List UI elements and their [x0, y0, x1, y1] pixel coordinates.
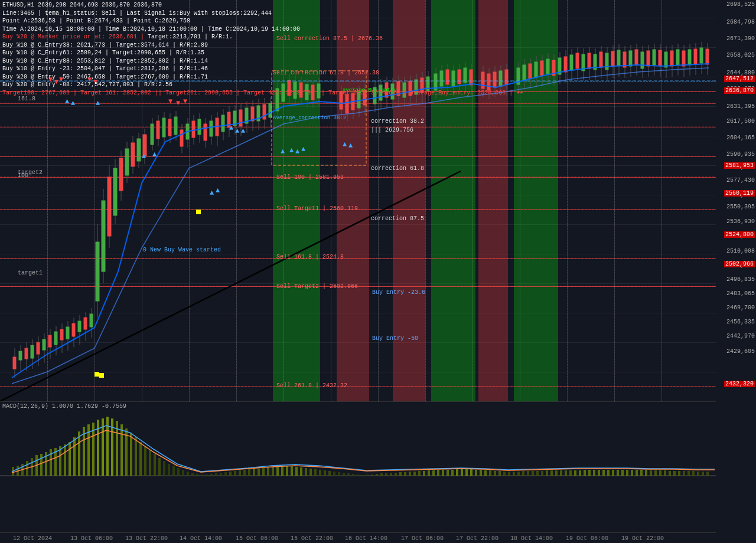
- price-2684: 2684,798: [726, 19, 755, 25]
- svg-rect-286: [224, 472, 227, 476]
- svg-rect-364: [593, 470, 595, 476]
- svg-rect-65: [204, 124, 207, 140]
- price-2429: 2429,605: [726, 348, 755, 355]
- svg-rect-251: [59, 446, 61, 476]
- arrow-up-3: ▲: [96, 99, 100, 107]
- svg-rect-215: [682, 51, 685, 66]
- svg-rect-289: [239, 470, 241, 476]
- svg-rect-288: [234, 471, 236, 476]
- svg-text:target2: target2: [18, 169, 43, 176]
- svg-rect-53: [168, 119, 171, 136]
- svg-rect-107: [346, 94, 348, 113]
- svg-rect-341: [484, 470, 487, 476]
- price-2617: 2617,500: [726, 118, 755, 125]
- annotation-new-buy-wave: 0 New Buy Wave started: [143, 247, 221, 253]
- svg-rect-177: [570, 55, 573, 70]
- arrow-up-15: ▲: [210, 189, 214, 197]
- svg-rect-290: [243, 470, 246, 476]
- price-2658: 2658,025: [726, 52, 755, 58]
- svg-rect-346: [508, 472, 510, 476]
- time-label-8: 17 Oct 06:00: [401, 535, 444, 542]
- svg-rect-312: [347, 473, 350, 476]
- arrow-down-7: ▼: [176, 99, 180, 107]
- macd-price-scale: 43.3374 0.00 -10.5196: [716, 401, 756, 525]
- svg-rect-376: [650, 470, 652, 476]
- svg-rect-273: [163, 461, 165, 476]
- svg-rect-213: [676, 50, 679, 65]
- arrow-up-12: ▲: [301, 145, 305, 153]
- annotation-correction-618: correction 61.8: [371, 165, 424, 172]
- svg-rect-375: [645, 470, 647, 476]
- svg-rect-295: [267, 467, 269, 476]
- annotation-sell-2618: Sell 261.8 | 2432.32: [276, 382, 347, 389]
- svg-rect-379: [664, 470, 666, 476]
- svg-rect-253: [69, 442, 71, 476]
- svg-rect-303: [305, 468, 307, 476]
- svg-rect-278: [187, 472, 189, 476]
- svg-rect-7: [31, 345, 34, 358]
- svg-rect-368: [612, 470, 614, 476]
- svg-rect-21: [72, 323, 75, 336]
- svg-rect-31: [102, 201, 105, 272]
- svg-rect-287: [229, 472, 232, 476]
- svg-rect-365: [598, 470, 600, 476]
- svg-rect-280: [196, 474, 198, 476]
- svg-rect-314: [357, 475, 359, 476]
- macd-area: [0, 401, 716, 525]
- price-2647-highlight: 2647,512: [724, 76, 755, 82]
- header-line-6: Buy %10 @ C_Entry38: 2621,773 | Target:3…: [2, 41, 523, 50]
- annotation-sell-target1: Sell Target1 | 2560.119: [276, 205, 358, 212]
- svg-rect-274: [168, 464, 170, 476]
- header-line-1: ETHUSD,H1 2639,298 2644,693 2636,870 263…: [2, 1, 523, 9]
- svg-rect-343: [494, 471, 496, 476]
- svg-rect-285: [220, 473, 222, 476]
- time-label-9: 17 Oct 22:00: [456, 535, 498, 542]
- svg-rect-348: [517, 472, 520, 476]
- svg-rect-169: [546, 59, 549, 74]
- svg-rect-387: [702, 472, 704, 476]
- svg-rect-3: [19, 351, 22, 360]
- arrow-up-11: ▲: [295, 148, 299, 156]
- arrow-up-5: ▲: [152, 151, 157, 159]
- svg-rect-9: [37, 342, 40, 354]
- svg-rect-324: [404, 472, 406, 476]
- arrow-up-4: ▲: [142, 152, 146, 161]
- svg-rect-199: [635, 50, 638, 65]
- svg-rect-254: [73, 437, 76, 476]
- svg-rect-359: [569, 470, 572, 476]
- svg-rect-193: [617, 50, 620, 66]
- header-line-9: Buy %10 @ Entry -23: 2504,047 | Target:2…: [2, 65, 523, 73]
- svg-rect-223: [706, 49, 709, 64]
- svg-rect-203: [647, 51, 650, 66]
- svg-rect-299: [286, 466, 288, 476]
- annotation-correction-382: correction 38.2: [371, 118, 424, 125]
- svg-rect-1: [13, 357, 16, 369]
- svg-rect-367: [607, 470, 610, 476]
- price-2432-highlight: 2432,320: [724, 381, 755, 387]
- svg-rect-306: [319, 470, 321, 476]
- svg-rect-163: [529, 64, 532, 78]
- svg-rect-57: [180, 130, 183, 146]
- price-scale: 2698,525 2684,798 2671,390 2658,025 2644…: [716, 0, 756, 401]
- svg-rect-275: [172, 466, 175, 476]
- price-2550: 2550,395: [726, 204, 755, 210]
- price-2636-highlight: 2636,870: [724, 87, 755, 94]
- price-2604: 2604,165: [726, 135, 755, 141]
- macd-svg: [0, 402, 716, 525]
- svg-rect-219: [694, 49, 697, 64]
- svg-rect-293: [258, 469, 260, 476]
- header-info: ETHUSD,H1 2639,298 2644,693 2636,870 263…: [2, 1, 523, 97]
- time-axis: 12 Oct 2024 13 Oct 06:00 13 Oct 22:00 14…: [0, 532, 716, 543]
- svg-rect-25: [84, 318, 87, 329]
- header-line-12: Target100: 2767,609 | Target 161: 2852,8…: [2, 89, 523, 97]
- yellow-dot-3: [196, 210, 201, 214]
- svg-rect-5: [25, 348, 28, 359]
- price-2581-highlight: 2581,953: [724, 162, 755, 169]
- svg-rect-325: [409, 472, 411, 476]
- svg-rect-29: [96, 242, 99, 301]
- svg-rect-266: [130, 433, 132, 476]
- svg-rect-377: [654, 470, 657, 476]
- price-2590: 2590,935: [726, 151, 755, 158]
- price-2496: 2496,835: [726, 276, 755, 283]
- svg-rect-264: [120, 424, 123, 476]
